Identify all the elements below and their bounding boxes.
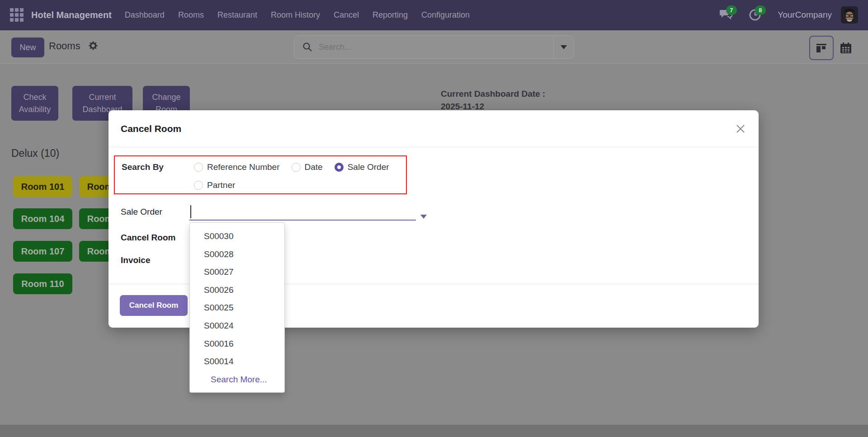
search-placeholder[interactable]: Search... [319, 42, 553, 52]
radio-icon[interactable] [292, 163, 301, 172]
kanban-view-button[interactable] [809, 36, 834, 60]
dropdown-item[interactable]: S00016 [190, 335, 284, 353]
dropdown-caret-icon[interactable] [420, 212, 427, 221]
page-title: Rooms [49, 40, 80, 52]
close-icon[interactable] [735, 123, 746, 134]
activities-badge: 8 [755, 5, 765, 15]
search-by-label: Search By [122, 162, 164, 172]
radio-icon-checked[interactable] [335, 163, 344, 172]
new-button[interactable]: New [11, 38, 44, 57]
kanban-icon [816, 42, 827, 54]
dropdown-item[interactable]: S00026 [190, 281, 284, 299]
chevron-down-icon [561, 45, 567, 49]
search-options-toggle[interactable] [554, 35, 574, 59]
top-navbar: Hotel Management Dashboard Rooms Restaur… [0, 0, 868, 30]
menu-item-cancel[interactable]: Cancel [334, 10, 359, 20]
menu-item-dashboard[interactable]: Dashboard [125, 10, 165, 20]
dropdown-item[interactable]: S00028 [190, 245, 284, 263]
radio-option-date[interactable]: Date [292, 162, 323, 172]
radio-row-2: Partner [194, 180, 235, 190]
menu-item-rooms[interactable]: Rooms [178, 10, 204, 20]
messages-button[interactable]: 7 [720, 9, 732, 21]
dropdown-item[interactable]: S00025 [190, 299, 284, 317]
radio-option-partner[interactable]: Partner [194, 180, 235, 190]
menu-item-restaurant[interactable]: Restaurant [217, 10, 257, 20]
view-switcher [809, 36, 858, 60]
apps-grid-icon[interactable] [10, 8, 24, 22]
app-title: Hotel Management [31, 10, 112, 20]
confirm-cancel-room-button[interactable]: Cancel Room [120, 295, 188, 316]
room-button-101[interactable]: Room 101 [13, 176, 72, 197]
menu-item-room-history[interactable]: Room History [271, 10, 320, 20]
dropdown-item[interactable]: S00014 [190, 352, 284, 371]
radio-option-sale-order[interactable]: Sale Order [335, 162, 389, 172]
room-button-104[interactable]: Room 104 [13, 208, 72, 229]
bottom-band [0, 425, 868, 437]
radio-option-reference-number[interactable]: Reference Number [194, 162, 280, 172]
menu-item-reporting[interactable]: Reporting [373, 10, 408, 20]
text-cursor [190, 205, 191, 218]
calendar-view-button[interactable] [834, 36, 858, 60]
room-button-110[interactable]: Room 110 [13, 273, 72, 294]
dropdown-item[interactable]: S00030 [190, 227, 284, 245]
sale-order-dropdown: S00030 S00028 S00027 S00026 S00025 S0002… [189, 222, 285, 393]
dashboard-date-label: Current Dashboard Date : [441, 88, 545, 100]
invoice-field-label: Invoice [121, 255, 150, 265]
user-avatar[interactable] [841, 6, 858, 23]
dropdown-item[interactable]: S00027 [190, 263, 284, 281]
main-menu: Dashboard Rooms Restaurant Room History … [125, 10, 470, 20]
check-availability-button[interactable]: Check Avaibility [11, 86, 58, 121]
activities-button[interactable]: 8 [749, 9, 761, 21]
calendar-icon [840, 42, 852, 54]
search-bar[interactable]: Search... [294, 35, 574, 59]
room-button-107[interactable]: Room 107 [13, 241, 72, 262]
search-by-highlight-box: Search By Reference Number Date Sale Ord… [114, 155, 407, 194]
modal-header: Cancel Room [108, 110, 759, 147]
navbar-right: 7 8 YourCompany [720, 6, 858, 23]
dropdown-item[interactable]: S00024 [190, 317, 284, 335]
search-more-link[interactable]: Search More... [190, 371, 284, 389]
radio-row-1: Reference Number Date Sale Order [194, 162, 389, 172]
cancel-room-field-label: Cancel Room [121, 233, 175, 243]
menu-item-configuration[interactable]: Configuration [421, 10, 470, 20]
sale-order-field-label: Sale Order [121, 207, 162, 217]
radio-icon[interactable] [194, 163, 203, 172]
messages-badge: 7 [726, 5, 736, 15]
radio-icon[interactable] [194, 181, 203, 190]
room-category-title: Delux (10) [11, 147, 59, 160]
company-name[interactable]: YourCompany [778, 10, 832, 20]
search-icon [302, 42, 312, 52]
modal-title: Cancel Room [121, 123, 181, 134]
control-panel: New Rooms Search... [0, 30, 868, 64]
dashboard-date: Current Dashboard Date : 2025-11-12 [441, 88, 545, 113]
view-settings-gear-icon[interactable] [89, 41, 98, 52]
sale-order-input[interactable] [189, 204, 416, 221]
